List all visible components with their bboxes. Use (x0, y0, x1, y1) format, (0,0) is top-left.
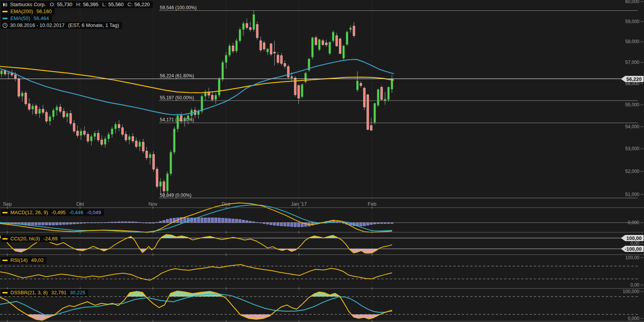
rsi-value: 49,02 (31, 257, 44, 263)
ema50-label: EMA(50) (10, 15, 30, 22)
cci-dash-icon (2, 238, 8, 240)
macd-value: -0,495 (52, 209, 66, 216)
svg-text:51,000: 51,000 (625, 192, 639, 197)
ema50-value: 56,464 (34, 15, 49, 22)
ema200-dash-icon (2, 11, 8, 12)
svg-text:59,546 (100.00%): 59,546 (100.00%) (160, 5, 196, 10)
last-price-badge: 56,220 (621, 76, 644, 82)
svg-text:52,000: 52,000 (625, 169, 639, 174)
svg-text:0,00: 0,00 (631, 241, 640, 246)
date-range-legend[interactable]: 30.08.2016 - 10.02.2017 (EST, 6 Monate, … (1, 22, 122, 29)
close-value: 56,220 (134, 1, 150, 8)
low-label: L: (102, 1, 106, 8)
svg-text:55,197 (50.00%): 55,197 (50.00%) (160, 95, 194, 101)
cci-value: -24,69 (44, 235, 58, 242)
svg-text:100,00: 100,00 (625, 255, 639, 260)
svg-text:-100,00: -100,00 (625, 246, 642, 252)
open-label: O: (50, 1, 55, 8)
clock-icon (2, 23, 8, 28)
instrument-legend[interactable]: Starbucks Corp. O:55,730 H:56,395 L:55,5… (1, 1, 153, 8)
svg-text:60,000: 60,000 (625, 0, 639, 4)
macd-hist-value: -0,049 (87, 209, 101, 216)
dssbr-legend[interactable]: DSSBR(21, 3, 8) 32,791 30,225 (1, 289, 88, 296)
svg-text:59,000: 59,000 (625, 19, 639, 24)
ema200-value: 56,160 (37, 8, 52, 15)
rsi-title: RSI(14) (10, 257, 28, 263)
high-label: H: (76, 1, 81, 8)
svg-text:58,000: 58,000 (625, 39, 639, 44)
svg-text:Dez: Dez (221, 201, 230, 207)
svg-text:0,000: 0,000 (628, 220, 639, 225)
dssbr-slow-value: 30,225 (70, 289, 86, 296)
chart-canvas[interactable]: 59,546 (100.00%)56,224 (61.80%)55,197 (5… (0, 0, 644, 322)
macd-dash-icon (2, 212, 8, 213)
dssbr-title: DSSBR(21, 3, 8) (10, 289, 48, 296)
date-meta: (EST, 6 Monate, 1 Tag) (68, 22, 119, 29)
svg-text:100,00: 100,00 (626, 235, 642, 241)
svg-text:Nov: Nov (148, 201, 158, 207)
svg-text:Feb: Feb (368, 201, 376, 207)
ema200-label: EMA(200) (10, 8, 33, 15)
date-range: 30.08.2016 - 10.02.2017 (10, 22, 65, 29)
open-value: 55,730 (57, 1, 72, 8)
rsi-dash-icon (2, 260, 8, 261)
svg-text:54,000: 54,000 (625, 124, 639, 129)
svg-text:53,000: 53,000 (625, 146, 639, 151)
dssbr-dash-icon (2, 292, 8, 293)
svg-text:56,220: 56,220 (626, 76, 642, 82)
svg-text:Sep: Sep (3, 201, 12, 207)
svg-text:Okt: Okt (76, 201, 84, 207)
svg-text:0,000: 0,000 (628, 316, 639, 321)
ema200-legend[interactable]: EMA(200) 56,160 (1, 8, 55, 15)
svg-text:100,000: 100,000 (623, 289, 640, 294)
dssbr-fast-value: 32,791 (51, 289, 67, 296)
svg-text:Jan '17: Jan '17 (291, 201, 307, 207)
cci-title: CCI(20, hlc3) (10, 235, 40, 242)
high-value: 56,395 (83, 1, 99, 8)
cci-legend[interactable]: CCI(20, hlc3) -24,69 (1, 235, 60, 242)
svg-text:50,849 (0.00%): 50,849 (0.00%) (160, 193, 191, 198)
macd-title: MACD(12, 26, 9) (10, 209, 48, 216)
trading-chart-window: 59,546 (100.00%)56,224 (61.80%)55,197 (5… (0, 0, 644, 322)
svg-text:57,000: 57,000 (625, 60, 639, 65)
candlestick-icon (2, 2, 8, 7)
svg-text:0,00: 0,00 (631, 282, 640, 288)
low-value: 55,560 (108, 1, 124, 8)
close-label: C: (127, 1, 132, 8)
svg-text:56,224 (61.80%): 56,224 (61.80%) (160, 73, 194, 79)
macd-legend[interactable]: MACD(12, 26, 9) -0,495 -0,446 -0,049 (1, 209, 104, 216)
svg-text:55,000: 55,000 (625, 102, 639, 107)
rsi-legend[interactable]: RSI(14) 49,02 (1, 257, 47, 264)
ema50-dash-icon (2, 18, 8, 19)
ema50-legend[interactable]: EMA(50) 56,464 (1, 15, 52, 22)
macd-signal-value: -0,446 (69, 209, 83, 216)
instrument-name: Starbucks Corp. (10, 1, 46, 8)
